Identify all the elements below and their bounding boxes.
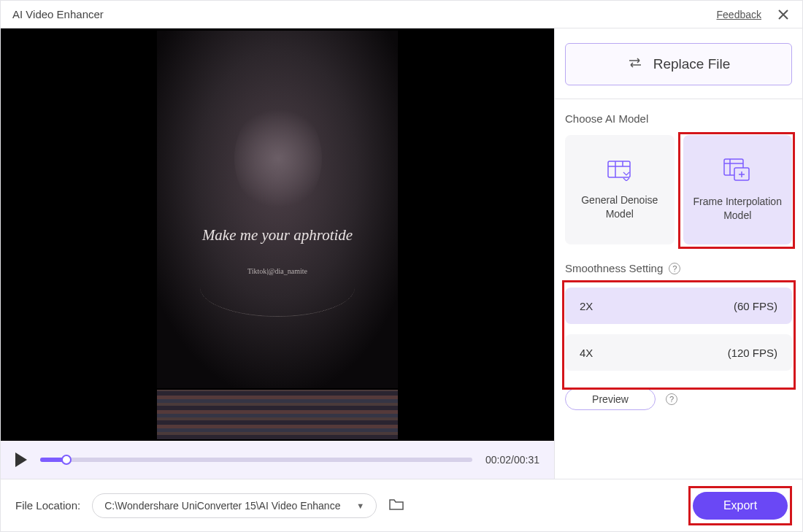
chevron-down-icon: ▼ xyxy=(356,501,364,510)
play-icon[interactable] xyxy=(15,452,27,467)
playback-bar: 00:02/00:31 xyxy=(1,441,554,479)
file-location-select[interactable]: C:\Wondershare UniConverter 15\AI Video … xyxy=(92,493,377,518)
video-preview[interactable]: Make me your aphrotide Tiktok|@dia_namit… xyxy=(1,28,554,441)
model-label: Frame Interpolation Model xyxy=(691,195,785,223)
smoothness-option-2x[interactable]: 2X (60 FPS) xyxy=(565,288,792,324)
help-icon[interactable]: ? xyxy=(666,393,677,405)
smoothness-options: 2X (60 FPS) 4X (120 FPS) xyxy=(565,285,792,374)
video-frame: Make me your aphrotide Tiktok|@dia_namit… xyxy=(157,31,398,439)
smoothness-option-4x[interactable]: 4X (120 FPS) xyxy=(565,334,792,371)
choose-model-label: Choose AI Model xyxy=(565,112,792,125)
video-caption: Make me your aphrotide xyxy=(157,226,398,244)
smoothness-label-row: Smoothness Setting ? xyxy=(565,262,792,274)
file-location-label: File Location: xyxy=(15,499,80,512)
app-window: AI Video Enhancer Feedback Make me your … xyxy=(0,0,803,532)
smoothness-fps: (120 FPS) xyxy=(728,347,777,359)
feedback-link[interactable]: Feedback xyxy=(717,9,761,20)
timecode: 00:02/00:31 xyxy=(485,454,539,466)
denoise-icon xyxy=(606,159,634,183)
preview-button[interactable]: Preview xyxy=(565,388,656,410)
swap-icon xyxy=(627,56,643,72)
video-subcaption: Tiktok|@dia_namite xyxy=(157,267,398,275)
frame-interpolation-icon xyxy=(723,158,752,185)
smoothness-mult: 2X xyxy=(580,300,593,312)
seek-slider[interactable] xyxy=(40,458,472,462)
model-options: General Denoise Model Frame Interpolatio… xyxy=(565,135,792,244)
settings-panel: Replace File Choose AI Model Ge xyxy=(554,28,802,479)
help-icon[interactable]: ? xyxy=(669,263,680,274)
replace-file-label: Replace File xyxy=(653,56,731,72)
replace-file-button[interactable]: Replace File xyxy=(565,43,792,85)
export-button[interactable]: Export xyxy=(693,492,788,520)
folder-icon[interactable] xyxy=(388,498,404,514)
app-title: AI Video Enhancer xyxy=(12,8,104,20)
model-general-denoise[interactable]: General Denoise Model xyxy=(565,135,675,244)
file-location-path: C:\Wondershare UniConverter 15\AI Video … xyxy=(104,500,340,512)
smoothness-mult: 4X xyxy=(580,347,593,359)
model-label: General Denoise Model xyxy=(572,193,667,221)
close-icon[interactable] xyxy=(776,7,791,22)
footer-bar: File Location: C:\Wondershare UniConvert… xyxy=(1,479,802,531)
preview-column: Make me your aphrotide Tiktok|@dia_namit… xyxy=(1,28,554,479)
smoothness-label: Smoothness Setting xyxy=(565,262,663,274)
titlebar: AI Video Enhancer Feedback xyxy=(1,1,802,28)
smoothness-fps: (60 FPS) xyxy=(734,300,777,312)
model-frame-interpolation[interactable]: Frame Interpolation Model xyxy=(683,135,793,244)
